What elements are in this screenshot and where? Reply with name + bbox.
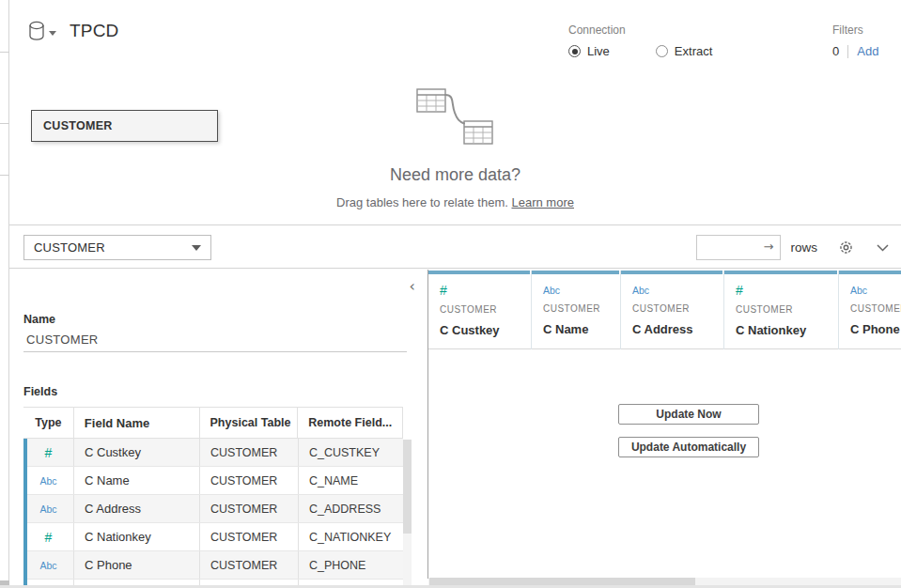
rail-divider	[0, 175, 9, 176]
empty-state-subtitle: Drag tables here to relate them. Learn m…	[336, 195, 574, 209]
connection-label: Connection	[568, 23, 712, 37]
collapse-grid-chevron-icon[interactable]	[877, 244, 889, 252]
grid-column-header[interactable]: # CUSTOMER C Custkey	[428, 271, 532, 349]
col-header-field-name[interactable]: Field Name	[74, 408, 200, 438]
add-filter-link[interactable]: Add	[857, 44, 878, 58]
fields-scrollbar[interactable]	[403, 440, 412, 585]
connection-section: Connection Live Extract	[568, 23, 712, 58]
column-field-name: C Name	[543, 322, 620, 336]
database-icon	[28, 21, 45, 41]
col-header-type[interactable]: Type	[23, 408, 74, 438]
column-field-name: C Phone	[850, 322, 901, 336]
datasource-header: TPCD	[28, 21, 119, 41]
empty-state-title: Need more data?	[390, 165, 520, 185]
field-row[interactable]: # C Custkey CUSTOMER C_CUSTKEY	[23, 439, 403, 467]
column-field-name: C Nationkey	[736, 323, 838, 337]
grid-header-row: # CUSTOMER C Custkey Abc CUSTOMER C Name…	[428, 271, 901, 349]
update-now-button[interactable]: Update Now	[618, 404, 759, 425]
field-row[interactable]: # C Nationkey CUSTOMER C_NATIONKEY	[23, 523, 403, 551]
column-table-name: CUSTOMER	[736, 304, 838, 315]
row-limit-input[interactable]: →	[696, 235, 781, 260]
update-automatically-button[interactable]: Update Automatically	[618, 437, 759, 457]
column-table-name: CUSTOMER	[632, 303, 723, 314]
left-pane-rail[interactable]	[0, 0, 9, 588]
grid-column-header[interactable]: Abc CUSTOMER C Address	[621, 271, 724, 349]
rail-divider	[0, 52, 9, 53]
col-header-physical-table[interactable]: Physical Table	[200, 408, 299, 438]
field-type-icon: Abc	[39, 560, 56, 571]
rail-divider	[0, 123, 9, 124]
grid-column-header[interactable]: Abc CUSTOMER C Phone	[839, 271, 901, 349]
datasource-page: TPCD Connection Live Extract Filters 0 A…	[0, 0, 901, 588]
field-row[interactable]: Abc C Name CUSTOMER C_NAME	[23, 467, 403, 495]
field-type-icon: Abc	[39, 503, 56, 515]
name-label: Name	[23, 313, 55, 326]
datasource-menu-caret-icon[interactable]	[49, 31, 56, 36]
filters-label: Filters	[832, 23, 878, 37]
grid-horizontal-scrollbar[interactable]	[428, 578, 901, 585]
column-field-name: C Custkey	[440, 323, 531, 337]
field-row[interactable]: Abc C Address CUSTOMER C_ADDRESS	[23, 495, 403, 523]
table-name-input[interactable]: CUSTOMER	[23, 328, 407, 352]
column-type-icon: Abc	[850, 285, 867, 296]
dropdown-caret-icon	[192, 245, 201, 251]
fields-table: Type Field Name Physical Table Remote Fi…	[23, 407, 403, 588]
field-type-icon: Abc	[39, 475, 56, 487]
data-preview-grid: # CUSTOMER C Custkey Abc CUSTOMER C Name…	[428, 270, 901, 588]
rows-label: rows	[790, 240, 817, 255]
fields-scrollbar-thumb[interactable]	[403, 440, 412, 534]
table-selector-dropdown[interactable]: CUSTOMER	[23, 235, 211, 260]
filters-section: Filters 0 Add	[832, 23, 878, 58]
divider	[847, 45, 848, 58]
join-tables-illustration-icon	[412, 85, 499, 147]
grid-horizontal-scrollbar-thumb[interactable]	[429, 578, 695, 585]
grid-column-header[interactable]: Abc CUSTOMER C Name	[532, 271, 621, 349]
table-details-toolbar: CUSTOMER → rows	[9, 226, 901, 269]
grid-column-header[interactable]: # CUSTOMER C Nationkey	[724, 271, 839, 349]
datasource-title: TPCD	[70, 21, 119, 41]
apply-rows-arrow-icon[interactable]: →	[764, 240, 774, 254]
relationship-canvas: TPCD Connection Live Extract Filters 0 A…	[9, 0, 901, 225]
fields-label: Fields	[23, 385, 57, 398]
radio-extract-icon[interactable]	[656, 45, 668, 57]
collapse-panel-icon[interactable]: ‹	[410, 279, 415, 294]
field-row[interactable]: Abc C Phone CUSTOMER C_PHONE	[23, 551, 403, 580]
field-type-icon: #	[45, 445, 53, 460]
radio-live[interactable]: Live	[568, 44, 610, 58]
filters-count: 0	[832, 44, 839, 58]
canvas-empty-state: Need more data? Drag tables here to rela…	[9, 85, 901, 209]
column-type-icon: #	[736, 283, 743, 298]
column-type-icon: Abc	[543, 285, 560, 296]
radio-live-icon[interactable]	[568, 45, 581, 57]
col-header-remote-field[interactable]: Remote Field...	[298, 408, 402, 438]
learn-more-link[interactable]: Learn more	[511, 195, 573, 209]
column-field-name: C Address	[632, 322, 723, 336]
column-type-icon: Abc	[632, 285, 649, 296]
column-table-name: CUSTOMER	[850, 303, 901, 314]
field-type-icon: #	[45, 530, 53, 545]
fields-selection-accent	[23, 439, 27, 588]
grid-settings-gear-icon[interactable]	[838, 240, 854, 255]
column-table-name: CUSTOMER	[543, 303, 620, 314]
column-type-icon: #	[440, 283, 447, 298]
radio-extract[interactable]: Extract	[656, 44, 712, 58]
table-properties-panel: ‹ Name CUSTOMER Fields Type Field Name P…	[9, 270, 427, 588]
fields-table-header: Type Field Name Physical Table Remote Fi…	[23, 407, 403, 439]
column-table-name: CUSTOMER	[440, 304, 531, 315]
